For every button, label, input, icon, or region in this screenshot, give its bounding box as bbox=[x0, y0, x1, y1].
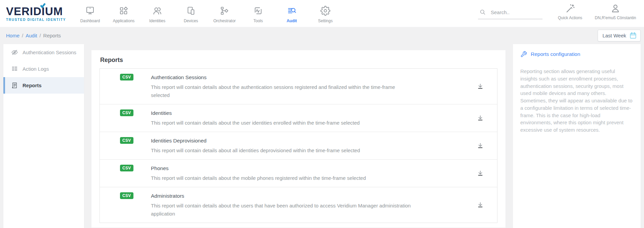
nav-item-devices[interactable]: Devices bbox=[174, 4, 208, 23]
report-description: This report will contain details about t… bbox=[151, 202, 413, 218]
breadcrumb: Home / Audit / Reports bbox=[6, 33, 61, 38]
content-area: Authentication Sessions Action Logs Repo… bbox=[0, 44, 644, 228]
report-list: CSV Authentication Sessions This report … bbox=[99, 68, 497, 223]
devices-icon bbox=[186, 5, 196, 16]
report-description: This report will contain details about t… bbox=[151, 174, 413, 182]
logo-checkmark-icon bbox=[40, 3, 46, 8]
search-box bbox=[478, 7, 542, 19]
search-input[interactable] bbox=[491, 9, 538, 15]
download-button[interactable] bbox=[475, 140, 486, 151]
report-info: Authentication Sessions This report will… bbox=[151, 73, 413, 99]
breadcrumb-separator: / bbox=[22, 33, 23, 38]
report-title: Administrators bbox=[151, 192, 413, 200]
page-title: Reports bbox=[100, 57, 497, 64]
quick-actions-button[interactable]: Quick Actions bbox=[551, 3, 589, 24]
veridium-logo[interactable]: VERIDIUM TRUSTED DIGITAL IDENTITY bbox=[6, 6, 71, 22]
magic-wand-icon bbox=[565, 3, 575, 13]
nav-item-dashboard[interactable]: Dashboard bbox=[73, 4, 107, 23]
download-column bbox=[470, 164, 491, 182]
download-button[interactable] bbox=[475, 168, 486, 179]
nav-label: Tools bbox=[253, 19, 263, 23]
nav-label: Audit bbox=[287, 19, 297, 23]
breadcrumb-current: Reports bbox=[43, 33, 61, 38]
nav-item-applications[interactable]: Applications bbox=[107, 4, 140, 23]
csv-badge: CSV bbox=[120, 109, 133, 116]
logo-wordmark: VERIDIUM bbox=[6, 6, 71, 17]
wrench-icon bbox=[520, 51, 527, 58]
csv-badge: CSV bbox=[120, 192, 133, 199]
report-info: Phones This report will contain details … bbox=[151, 164, 413, 182]
log-list-icon bbox=[11, 65, 18, 72]
settings-gear-icon bbox=[320, 5, 330, 16]
nav-item-identities[interactable]: Identities bbox=[140, 4, 174, 23]
top-bar: VERIDIUM TRUSTED DIGITAL IDENTITY Dashbo… bbox=[0, 0, 644, 27]
user-avatar-icon bbox=[610, 3, 620, 13]
download-button[interactable] bbox=[475, 81, 486, 92]
report-row-phones: CSV Phones This report will contain deta… bbox=[100, 159, 497, 187]
quick-actions-label: Quick Actions bbox=[558, 15, 582, 20]
user-name-label: DN,R'emuß Cönstantin bbox=[595, 15, 636, 20]
reports-info-text: Reporting section allows generating usef… bbox=[520, 68, 633, 134]
search-icon bbox=[479, 9, 486, 15]
reports-info-panel: Reports configuration Reporting section … bbox=[513, 44, 641, 228]
report-row-authentication-sessions: CSV Authentication Sessions This report … bbox=[100, 69, 497, 104]
breadcrumb-home-link[interactable]: Home bbox=[6, 33, 19, 38]
sidebar-item-label: Action Logs bbox=[23, 66, 49, 72]
date-range-button[interactable]: Last Week bbox=[598, 30, 641, 41]
download-column bbox=[470, 137, 491, 155]
report-description: This report will contain details about a… bbox=[151, 146, 413, 155]
nav-label: Dashboard bbox=[80, 19, 100, 23]
topbar-right: Quick Actions DN,R'emuß Cönstantin bbox=[478, 3, 644, 24]
nav-label: Settings bbox=[318, 19, 332, 23]
badge-column: CSV bbox=[100, 73, 151, 99]
calendar-icon bbox=[629, 32, 637, 39]
download-button[interactable] bbox=[475, 200, 486, 210]
tools-icon bbox=[253, 5, 263, 16]
nav-label: Orchestrator bbox=[213, 19, 236, 23]
audit-icon bbox=[287, 5, 297, 16]
nav-item-orchestrator[interactable]: Orchestrator bbox=[208, 4, 241, 23]
sidebar-item-authentication-sessions[interactable]: Authentication Sessions bbox=[3, 44, 84, 61]
csv-badge: CSV bbox=[120, 74, 133, 80]
logo-tagline: TRUSTED DIGITAL IDENTITY bbox=[6, 18, 71, 22]
download-column bbox=[470, 73, 491, 99]
breadcrumb-row: Home / Audit / Reports Last Week bbox=[0, 27, 644, 44]
badge-column: CSV bbox=[100, 192, 151, 218]
report-row-administrators: CSV Administrators This report will cont… bbox=[100, 187, 497, 223]
csv-badge: CSV bbox=[120, 137, 133, 144]
reports-card: Reports CSV Authentication Sessions This… bbox=[91, 50, 506, 228]
sidebar-item-action-logs[interactable]: Action Logs bbox=[3, 61, 84, 77]
report-info: Identities This report will contain deta… bbox=[151, 109, 413, 127]
reports-configuration-link[interactable]: Reports configuration bbox=[520, 51, 633, 58]
identities-icon bbox=[152, 5, 162, 16]
eye-off-icon bbox=[11, 49, 18, 56]
applications-icon bbox=[119, 5, 129, 16]
report-title: Authentication Sessions bbox=[151, 73, 413, 82]
user-menu[interactable]: DN,R'emuß Cönstantin bbox=[589, 3, 642, 24]
badge-column: CSV bbox=[100, 137, 151, 155]
nav-item-tools[interactable]: Tools bbox=[241, 4, 275, 23]
badge-column: CSV bbox=[100, 164, 151, 182]
report-description: This report will contain details about t… bbox=[151, 119, 413, 127]
sidebar-item-label: Reports bbox=[23, 83, 42, 88]
nav-item-audit[interactable]: Audit bbox=[275, 4, 309, 23]
nav-label: Identities bbox=[149, 19, 165, 23]
sidebar-item-reports[interactable]: Reports bbox=[3, 77, 84, 94]
download-button[interactable] bbox=[475, 113, 486, 124]
nav-item-settings[interactable]: Settings bbox=[309, 4, 342, 23]
breadcrumb-audit-link[interactable]: Audit bbox=[26, 33, 37, 38]
sidebar-item-label: Authentication Sessions bbox=[23, 50, 76, 55]
report-row-identities: CSV Identities This report will contain … bbox=[100, 104, 497, 132]
download-column bbox=[470, 192, 491, 218]
main-nav: Dashboard Applications Identities Device… bbox=[73, 4, 342, 23]
audit-sidebar: Authentication Sessions Action Logs Repo… bbox=[3, 44, 84, 228]
orchestrator-icon bbox=[219, 5, 230, 16]
report-description: This report will contain details about t… bbox=[151, 83, 413, 99]
dashboard-icon bbox=[85, 5, 95, 16]
report-title: Identities bbox=[151, 109, 413, 117]
badge-column: CSV bbox=[100, 109, 151, 127]
download-column bbox=[470, 109, 491, 127]
report-title: Identities Deprovisioned bbox=[151, 137, 413, 145]
nav-label: Devices bbox=[184, 19, 198, 23]
reports-configuration-label: Reports configuration bbox=[531, 51, 580, 57]
